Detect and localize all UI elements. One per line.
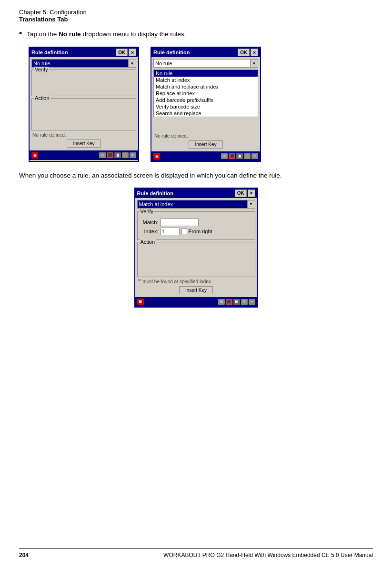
dialog1: Rule definition OK × No rule ▼ Verify [29, 47, 139, 162]
dialog3-match-label: Match: [141, 219, 161, 225]
dialog2-dropdown-value: No rule [154, 60, 250, 67]
footer-page-number: 204 [19, 552, 29, 558]
dialog2-insert-key-button[interactable]: Insert Key [189, 140, 222, 149]
dialog3-start-icon: ⊞ [137, 299, 144, 305]
dialog2-titlebar: Rule definition OK × [151, 48, 260, 57]
dialog2-taskbar-icons: ⊞ ⬛ 📋 🔒 ✏ [221, 153, 258, 159]
content-area: • Tap on the No rule dropdown menu to di… [19, 30, 373, 308]
dialog1-titlebar: Rule definition OK × [30, 48, 138, 57]
dialog1-start-button[interactable]: ⊞ [31, 152, 38, 159]
dialog3-from-right-checkbox[interactable] [181, 229, 187, 234]
dialog2-dropdown-list: No rule Match at index Match and replace… [153, 70, 258, 117]
taskbar-icon-5: ✏ [130, 152, 136, 158]
dialog1-body: No rule ▼ Verify Action No rule defined. [30, 57, 138, 149]
footer-manual-title: WORKABOUT PRO G2 Hand-Held With Windows … [163, 552, 373, 558]
taskbar-icon-4: 🔒 [122, 152, 129, 158]
dialog3-match-input[interactable] [161, 219, 199, 226]
dialog3-taskbar-icon-1: ⊞ [218, 299, 225, 305]
paragraph-text: When you choose a rule, an associated sc… [19, 170, 373, 181]
dialog2-spacer [153, 118, 258, 132]
dialog3-dropdown[interactable]: Match at index ▼ [137, 200, 255, 209]
taskbar-icon-1: ⊞ [99, 152, 106, 158]
dialog3-index-row: Index: From right [140, 228, 253, 235]
bullet-bold: No rule [59, 30, 81, 38]
dialog2-dropdown-arrow[interactable]: ▼ [250, 60, 258, 67]
dialog2-taskbar-icon-3: 📋 [236, 153, 243, 159]
dialog2-taskbar-icon-2: ⬛ [229, 153, 235, 159]
footer-section: 204 WORKABOUT PRO G2 Hand-Held With Wind… [0, 549, 392, 558]
dialog2-list-item-1[interactable]: Match at index [154, 77, 258, 83]
bullet-rest: dropdown menu to display the rules. [81, 30, 186, 38]
dialog1-taskbar: ⊞ ⊞ ⬛ 📋 🔒 ✏ [30, 150, 138, 160]
chapter-header: Chapter 5: Configuration Translations Ta… [19, 9, 373, 23]
chapter-subtitle: Translations Tab [19, 16, 373, 23]
dialog2-body: No rule ▼ No rule Match at index Match a… [151, 57, 260, 150]
dialog1-taskbar-icons: ⊞ ⬛ 📋 🔒 ✏ [99, 152, 136, 158]
dialog2-taskbar-icon-1: ⊞ [221, 153, 228, 159]
paragraph-content: When you choose a rule, an associated sc… [19, 172, 282, 179]
dialog2: Rule definition OK × No rule ▼ [151, 47, 261, 162]
dialog3-from-right-text: From right [189, 229, 212, 234]
dialog3-titlebar: Rule definition OK × [135, 189, 257, 198]
dialog3-taskbar: ⊞ ⊞ ⬛ 📋 🔒 ✏ [135, 297, 257, 307]
chapter-title: Chapter 5: Configuration [19, 9, 373, 16]
dialog1-close-button[interactable]: × [129, 49, 136, 56]
dialog2-list-item-5[interactable]: Verify barcode size [154, 103, 258, 110]
dialog3-status: "" must be found at specified index. [137, 279, 255, 284]
dialog3: Rule definition OK × Match at index ▼ [134, 188, 258, 308]
bullet-dot: • [19, 29, 22, 39]
dialog2-dropdown[interactable]: No rule ▼ [153, 59, 258, 68]
dialog2-status: No rule defined. [153, 133, 258, 139]
dialog1-buttons: OK × [116, 49, 136, 56]
dialog3-insert-key-button[interactable]: Insert Key [179, 286, 213, 294]
dialog3-from-right-label: From right [181, 229, 212, 234]
dialog1-status: No rule defined. [31, 132, 136, 138]
dialog2-list-item-0[interactable]: No rule [154, 70, 258, 77]
dialog3-container: Rule definition OK × Match at index ▼ [19, 188, 373, 308]
dialog3-dropdown-arrow[interactable]: ▼ [247, 200, 255, 208]
dialog3-start-button[interactable]: ⊞ [137, 299, 144, 305]
dialog2-taskbar-icon-4: 🔒 [244, 153, 251, 159]
dialog1-verify-label: Verify [34, 67, 49, 72]
dialog1-action-group: Action [31, 98, 136, 130]
dialog1-action-label: Action [34, 95, 50, 101]
dialog2-list-item-4[interactable]: Add barcode prefix/suffix [154, 97, 258, 103]
dialog2-title: Rule definition [153, 50, 238, 55]
dialog2-start-button[interactable]: ⊞ [153, 153, 160, 159]
dialog2-ok-button[interactable]: OK [238, 49, 250, 56]
dialog3-taskbar-icon-5: ✏ [249, 299, 255, 305]
taskbar-icon-3: 📋 [114, 152, 121, 158]
screenshots-row: Rule definition OK × No rule ▼ Verify [19, 47, 373, 162]
bullet-item: • Tap on the No rule dropdown menu to di… [19, 30, 373, 39]
dialog3-dropdown-value: Match at index [138, 200, 247, 208]
dialog2-start-icon: ⊞ [153, 153, 160, 159]
dialog1-dropdown-value: No rule [32, 60, 128, 67]
dialog2-list-item-3[interactable]: Replace at index [154, 90, 258, 97]
dialog1-action-content [34, 104, 134, 128]
dialog2-list-item-6[interactable]: Search and replace [154, 110, 258, 117]
dialog1-verify-content [34, 76, 134, 94]
dialog3-action-group: Action [137, 242, 255, 277]
dialog3-title: Rule definition [137, 190, 235, 196]
dialog3-taskbar-icon-4: 🔒 [241, 299, 248, 305]
footer: 204 WORKABOUT PRO G2 Hand-Held With Wind… [0, 548, 392, 558]
taskbar-icon-2: ⬛ [107, 152, 113, 158]
dialog3-match-row: Match: [140, 219, 253, 226]
dialog3-index-label: Index: [141, 229, 161, 234]
dialog3-verify-label: Verify [140, 209, 155, 214]
bullet-text: Tap on the No rule dropdown menu to disp… [27, 30, 186, 39]
dialog3-ok-button[interactable]: OK [235, 189, 247, 197]
dialog3-verify-group: Verify Match: Index: From right [137, 211, 255, 240]
dialog2-taskbar-icon-5: ✏ [251, 153, 258, 159]
dialog1-title: Rule definition [31, 50, 116, 55]
dialog3-index-input[interactable] [161, 228, 180, 235]
dialog2-buttons: OK × [238, 49, 258, 56]
dialog3-buttons: OK × [235, 189, 255, 197]
dialog1-insert-key-button[interactable]: Insert Key [67, 140, 101, 148]
dialog2-close-button[interactable]: × [251, 49, 258, 56]
dialog1-ok-button[interactable]: OK [116, 49, 128, 56]
dialog3-close-button[interactable]: × [248, 189, 255, 197]
dialog1-dropdown-arrow[interactable]: ▼ [128, 60, 136, 67]
dialog2-list-item-2[interactable]: Match and replace at index [154, 83, 258, 90]
dialog1-verify-group: Verify [31, 70, 136, 96]
